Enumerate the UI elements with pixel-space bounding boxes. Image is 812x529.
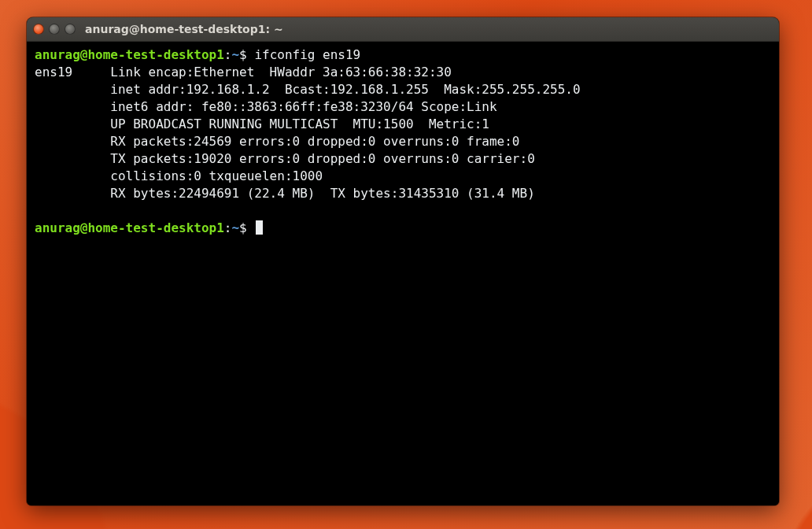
output-line-2: inet6 addr: fe80::3863:66ff:fe38:3230/64… [35,99,497,114]
prompt-path: ~ [231,47,239,62]
output-line-0: ens19 Link encap:Ethernet HWaddr 3a:63:6… [35,65,467,80]
prompt-path-2: ~ [231,220,239,235]
text-cursor [256,220,263,235]
vertical-scrollbar[interactable] [770,43,777,502]
terminal-output-area[interactable]: anurag@home-test-desktop1:~$ ifconfig en… [27,42,779,505]
command-line-1: ifconfig ens19 [254,47,360,62]
window-titlebar[interactable]: anurag@home-test-desktop1: ~ [27,17,779,42]
terminal-window: anurag@home-test-desktop1: ~ anurag@home… [27,17,779,505]
output-line-5: TX packets:19020 errors:0 dropped:0 over… [35,151,535,166]
output-line-4: RX packets:24569 errors:0 dropped:0 over… [35,134,520,149]
prompt-user-host: anurag@home-test-desktop1 [35,47,224,62]
prompt-dollar-2: $ [239,220,247,235]
close-icon[interactable] [33,24,44,35]
prompt-user-host-2: anurag@home-test-desktop1 [35,220,224,235]
output-line-3: UP BROADCAST RUNNING MULTICAST MTU:1500 … [35,117,489,131]
output-line-1: inet addr:192.168.1.2 Bcast:192.168.1.25… [35,82,581,97]
window-title: anurag@home-test-desktop1: ~ [85,23,283,35]
output-line-7: RX bytes:22494691 (22.4 MB) TX bytes:314… [35,186,535,201]
output-line-6: collisions:0 txqueuelen:1000 [35,168,330,183]
prompt-dollar: $ [239,47,247,62]
minimize-icon[interactable] [49,24,60,35]
maximize-icon[interactable] [65,24,76,35]
